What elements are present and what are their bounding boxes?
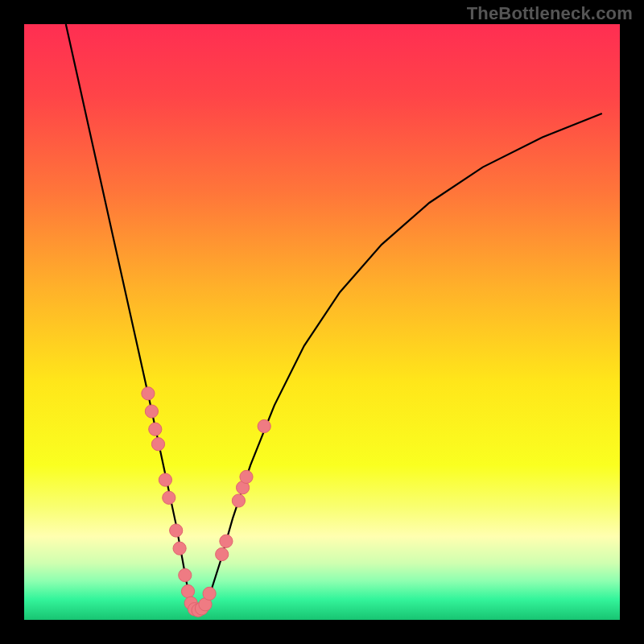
data-marker: [142, 387, 155, 400]
data-marker: [145, 405, 158, 418]
data-marker: [220, 535, 233, 547]
data-marker: [216, 548, 229, 561]
data-marker: [159, 473, 171, 486]
bottleneck-curve: [66, 24, 602, 608]
data-marker: [181, 584, 194, 597]
data-marker: [179, 568, 192, 581]
data-marker: [151, 438, 164, 451]
data-marker: [149, 423, 162, 436]
chart-svg: [24, 24, 620, 620]
data-marker: [173, 542, 186, 555]
data-marker: [258, 419, 270, 432]
data-marker: [170, 524, 183, 537]
data-marker: [232, 494, 245, 507]
data-marker: [240, 470, 253, 483]
plot-area: [24, 24, 620, 620]
watermark-text: TheBottleneck.com: [467, 3, 633, 24]
data-marker: [163, 491, 175, 504]
data-markers: [142, 387, 271, 617]
chart-frame: TheBottleneck.com: [0, 0, 644, 644]
data-marker: [203, 587, 216, 600]
